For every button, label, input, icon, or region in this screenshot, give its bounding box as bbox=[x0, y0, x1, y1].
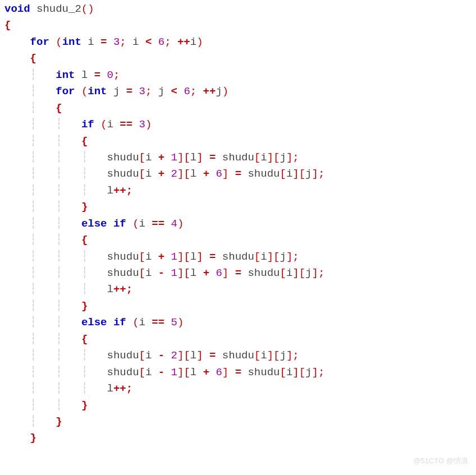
code-block: void shudu_2() { for (int i = 3; i < 6; … bbox=[4, 1, 472, 447]
